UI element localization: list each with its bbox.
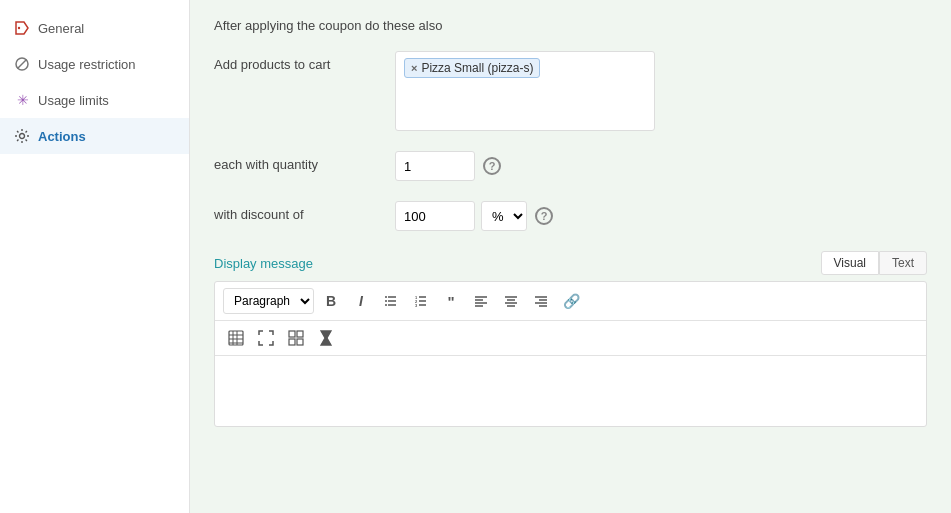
editor-content[interactable] [215,356,926,426]
circle-slash-icon [14,56,30,72]
editor-tabs: Visual Text [821,251,927,275]
svg-point-1 [18,27,20,29]
align-right-button[interactable] [528,288,554,314]
align-left-button[interactable] [468,288,494,314]
sidebar-label-actions: Actions [38,129,86,144]
display-message-section: Display message Visual Text Paragraph B … [214,251,927,427]
quantity-control: ? [395,151,927,181]
quantity-label: each with quantity [214,151,379,172]
discount-value-input[interactable] [395,201,475,231]
tab-text[interactable]: Text [879,251,927,275]
discount-control: % $ ? [395,201,927,231]
asterisk-icon: ✳ [14,92,30,108]
editor-toolbar-row1: Paragraph B I 123 " [215,282,926,321]
svg-line-3 [18,60,27,69]
svg-marker-0 [16,22,28,34]
link-button[interactable]: 🔗 [558,288,584,314]
svg-rect-37 [297,331,303,337]
tag-remove-btn[interactable]: × [411,62,417,74]
rich-text-editor: Paragraph B I 123 " [214,281,927,427]
sidebar-item-general[interactable]: General [0,10,189,46]
quantity-input[interactable] [395,151,475,181]
ol-button[interactable]: 123 [408,288,434,314]
align-center-button[interactable] [498,288,524,314]
svg-point-10 [385,300,387,302]
discount-row: with discount of % $ ? [214,201,927,231]
grid-button[interactable] [283,325,309,351]
discount-help-icon[interactable]: ? [535,207,553,225]
table-button[interactable] [223,325,249,351]
add-products-row: Add products to cart × Pizza Small (pizz… [214,51,927,131]
tag-icon [14,20,30,36]
svg-point-5 [20,134,25,139]
sidebar-label-usage-limits: Usage limits [38,93,109,108]
product-tag[interactable]: × Pizza Small (pizza-s) [404,58,540,78]
quantity-help-icon[interactable]: ? [483,157,501,175]
add-products-control: × Pizza Small (pizza-s) [395,51,927,131]
sidebar-item-usage-restriction[interactable]: Usage restriction [0,46,189,82]
discount-inputs: % $ [395,201,527,231]
discount-unit-select[interactable]: % $ [481,201,527,231]
sidebar: General Usage restriction ✳ Usage limits [0,0,190,513]
hourglass-button[interactable] [313,325,339,351]
sidebar-item-usage-limits[interactable]: ✳ Usage limits [0,82,189,118]
svg-rect-38 [289,339,295,345]
gear-icon [14,128,30,144]
sidebar-label-general: General [38,21,84,36]
discount-label: with discount of [214,201,379,222]
editor-toolbar-row2 [215,321,926,356]
main-content: After applying the coupon do these also … [190,0,951,513]
add-products-label: Add products to cart [214,51,379,72]
svg-rect-36 [289,331,295,337]
quantity-row: each with quantity ? [214,151,927,181]
display-message-label: Display message [214,256,313,271]
svg-text:3: 3 [415,303,418,308]
blockquote-button[interactable]: " [438,288,464,314]
ul-button[interactable] [378,288,404,314]
tab-visual[interactable]: Visual [821,251,879,275]
svg-point-11 [385,304,387,306]
sidebar-label-usage-restriction: Usage restriction [38,57,136,72]
fullscreen-button[interactable] [253,325,279,351]
section-header: After applying the coupon do these also [214,18,927,33]
italic-button[interactable]: I [348,288,374,314]
tag-label: Pizza Small (pizza-s) [421,61,533,75]
display-message-header: Display message Visual Text [214,251,927,275]
sidebar-item-actions[interactable]: Actions [0,118,189,154]
bold-button[interactable]: B [318,288,344,314]
products-tag-input[interactable]: × Pizza Small (pizza-s) [395,51,655,131]
paragraph-select[interactable]: Paragraph [223,288,314,314]
svg-point-9 [385,296,387,298]
svg-text:✳: ✳ [17,92,29,108]
svg-rect-39 [297,339,303,345]
